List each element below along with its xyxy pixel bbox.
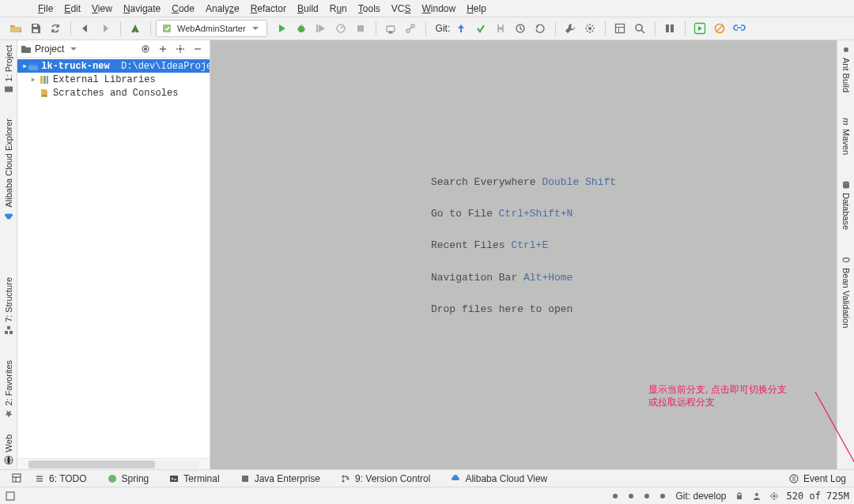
run-icon[interactable] [272,20,291,37]
tw-spring[interactable]: Spring [108,473,149,484]
tw-version-control[interactable]: 9: Version Control [341,473,430,484]
project-tree[interactable]: ▸ lk-truck-new D:\dev\IdeaProjects\l ▸ E… [17,58,210,100]
tw-label: Terminal [183,473,219,484]
svg-rect-1 [33,29,38,32]
bottom-toolwindow-strip: 6: TODO Spring Terminal Java Enterprise … [0,469,854,487]
project-structure-icon[interactable] [610,20,629,37]
tw-maven[interactable]: m Maven [840,113,852,160]
sync-icon[interactable] [46,20,65,37]
open-icon[interactable] [6,20,25,37]
toolwindow-quickaccess-icon[interactable] [11,472,22,483]
tw-label: 9: Version Control [355,473,430,484]
svg-rect-12 [616,24,625,33]
alibaba-inspect-run-icon[interactable] [690,20,709,37]
svg-point-11 [588,27,591,30]
git-commit-icon[interactable] [471,20,490,37]
tw-java-enterprise[interactable]: Java Enterprise [240,473,320,484]
panel-scrollbar[interactable] [17,458,210,469]
gear-icon[interactable] [769,491,779,501]
svg-rect-20 [5,331,8,334]
lock-icon[interactable] [735,491,744,501]
git-compare-icon[interactable] [491,20,510,37]
todo-icon [35,474,44,483]
svg-rect-45 [6,492,14,500]
tw-bean-validation[interactable]: Bean Validation [840,250,852,333]
tree-item-external-libraries[interactable]: ▸ External Libraries [17,73,210,86]
menu-file[interactable]: File [35,3,56,14]
menu-build[interactable]: Build [294,3,322,14]
svg-rect-50 [737,495,742,499]
scratch-icon [38,88,51,99]
attach-debugger-icon[interactable] [381,20,400,37]
svg-rect-30 [43,76,46,84]
alibaba-block-icon[interactable] [710,20,729,37]
tw-structure[interactable]: 7: Structure [2,273,15,340]
trace-icon[interactable] [401,20,420,37]
wrench-icon[interactable] [561,20,580,37]
folder-icon [21,43,32,55]
status-dot-icon [626,491,636,501]
run-config-label: WebAdminStarter [177,24,246,33]
database-icon [841,180,851,190]
tw-terminal[interactable]: Terminal [169,473,219,484]
tw-alibaba-cloud-view[interactable]: Alibaba Cloud View [451,473,547,484]
menu-code[interactable]: Code [168,3,198,14]
right-toolwindow-strip: Ant Build m Maven Database Bean Validati… [837,40,854,469]
status-toolwindows-icon[interactable] [5,491,16,502]
chevron-down-icon[interactable] [69,44,78,54]
select-opened-file-icon[interactable] [137,41,154,57]
hector-icon[interactable] [752,491,761,501]
git-update-icon[interactable] [452,20,470,37]
menu-navigate[interactable]: Navigate [120,3,164,14]
alibaba-link-icon[interactable] [730,20,749,37]
structure-icon [4,325,13,335]
tw-project[interactable]: 1: Project [2,40,15,99]
run-coverage-icon[interactable] [312,20,331,37]
svg-rect-40 [242,476,248,482]
tw-ant-build[interactable]: Ant Build [840,40,852,97]
tw-project-label: 1: Project [4,45,13,81]
panel-settings-icon[interactable] [172,41,189,57]
hide-panel-icon[interactable] [189,41,206,57]
git-revert-icon[interactable] [531,20,550,37]
menu-refactor[interactable]: Refactor [248,3,289,14]
thread-dump-icon[interactable] [660,20,679,37]
tw-database[interactable]: Database [840,175,852,235]
build-icon[interactable] [126,20,145,37]
menu-vcs[interactable]: VCS [388,3,414,14]
back-icon[interactable] [76,20,95,37]
svg-point-35 [843,181,849,183]
search-icon[interactable] [630,20,649,37]
tw-label: Event Log [803,473,846,484]
save-all-icon[interactable] [26,20,45,37]
tree-item-scratches[interactable]: Scratches and Consoles [17,86,210,100]
menu-view[interactable]: View [89,3,115,14]
debug-icon[interactable] [292,20,311,37]
stop-icon[interactable] [351,20,370,37]
tw-favorites[interactable]: 2: Favorites [2,355,15,423]
menu-help[interactable]: Help [463,3,489,14]
tw-web[interactable]: Web [2,430,15,469]
collapse-all-icon[interactable] [154,41,172,57]
tw-todo[interactable]: 6: TODO [35,473,87,484]
run-config-dropdown[interactable]: WebAdminStarter [156,20,267,37]
tw-label: 6: TODO [49,473,87,484]
tree-item-module[interactable]: ▸ lk-truck-new D:\dev\IdeaProjects\l [17,59,210,73]
git-branch-status[interactable]: Git: develop [675,491,726,502]
tw-alibaba-cloud-explorer[interactable]: Alibaba Cloud Explorer [2,114,15,225]
memory-indicator[interactable]: 520 of 725M [787,491,849,502]
menu-edit[interactable]: Edit [61,3,84,14]
svg-rect-4 [316,24,318,32]
tw-maven-label: Maven [841,129,851,155]
svg-point-52 [773,495,775,497]
menu-window[interactable]: Window [418,3,459,14]
settings-icon[interactable] [580,20,599,37]
globe-icon [4,455,13,465]
menu-analyze[interactable]: Analyze [202,3,243,14]
git-history-icon[interactable] [511,20,530,37]
menu-tools[interactable]: Tools [355,3,384,14]
menu-run[interactable]: Run [327,3,350,14]
forward-icon[interactable] [96,20,115,37]
tw-event-log[interactable]: Event Log [789,473,846,484]
profile-icon[interactable] [331,20,350,37]
